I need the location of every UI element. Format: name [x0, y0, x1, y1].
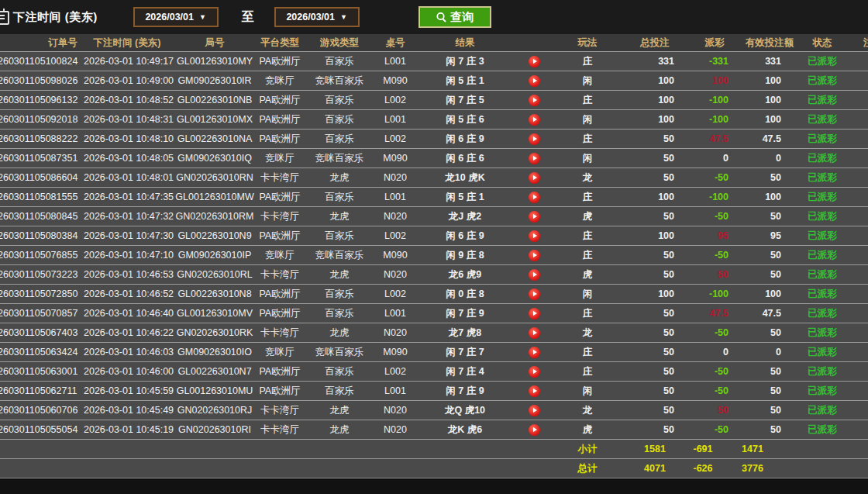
- replay-cell: [515, 343, 553, 362]
- play-video-icon[interactable]: [529, 424, 540, 436]
- play-video-icon[interactable]: [529, 288, 540, 300]
- slip-cell: [846, 130, 868, 149]
- valid-bet-cell: 50: [741, 401, 798, 420]
- bet-time-cell: 2026-03-01 10:46:00: [81, 362, 174, 382]
- play-video-icon[interactable]: [529, 405, 540, 416]
- payout-cell: -50: [688, 362, 741, 382]
- game-no-cell: GL002263010N8: [174, 285, 256, 304]
- play-video-icon[interactable]: [529, 56, 540, 67]
- date-from-value: 2026/03/01: [145, 12, 194, 22]
- platform-type-cell: 卡卡湾厅: [256, 168, 304, 188]
- table-row: 260301105092018 2026-03-01 10:48:31 GL00…: [0, 110, 868, 130]
- slip-cell: [846, 149, 868, 168]
- game-type-cell: 龙虎: [304, 401, 375, 420]
- valid-bet-cell: 331: [741, 52, 798, 71]
- game-type-cell: 竞咪百家乐: [304, 246, 375, 265]
- play-video-icon[interactable]: [529, 269, 540, 281]
- replay-cell: [515, 382, 553, 401]
- status-badge: 已派彩: [798, 130, 846, 149]
- bet-time-cell: 2026-03-01 10:45:49: [81, 401, 174, 420]
- play-video-icon[interactable]: [529, 95, 540, 106]
- play-video-icon[interactable]: [529, 308, 540, 320]
- play-video-icon[interactable]: [529, 75, 540, 87]
- game-type-cell: 龙虎: [304, 323, 375, 343]
- play-type-cell: 闲: [553, 149, 622, 168]
- play-video-icon[interactable]: [529, 366, 540, 378]
- play-type-cell: 庄: [553, 91, 622, 110]
- platform-type-cell: 卡卡湾厅: [256, 420, 304, 440]
- play-video-icon[interactable]: [529, 250, 540, 261]
- payout-cell: -50: [688, 207, 741, 226]
- result-cell: 龙6 虎9: [415, 265, 515, 285]
- slip-cell: [846, 91, 868, 110]
- play-video-icon[interactable]: [529, 347, 540, 358]
- play-video-icon[interactable]: [529, 230, 540, 242]
- payout-cell: 100: [688, 71, 741, 91]
- play-video-icon[interactable]: [529, 385, 540, 397]
- bet-time-cell: 2026-03-01 10:46:22: [81, 323, 174, 343]
- table-no-cell: M090: [375, 343, 415, 362]
- slip-cell: [846, 285, 868, 304]
- game-type-cell: 龙虎: [304, 420, 375, 440]
- order-no-cell: 260301105067403: [0, 323, 81, 343]
- valid-bet-cell: 50: [741, 168, 798, 188]
- status-badge: 已派彩: [798, 226, 846, 246]
- valid-bet-cell: 100: [741, 91, 798, 110]
- table-row: 260301105072850 2026-03-01 10:46:52 GL00…: [0, 285, 868, 304]
- table-row: 260301105067403 2026-03-01 10:46:22 GN02…: [0, 323, 868, 343]
- order-no-cell: 260301105070857: [0, 304, 81, 323]
- slip-cell: [846, 382, 868, 401]
- date-to-select[interactable]: 2026/03/01 ▼: [274, 7, 360, 27]
- valid-bet-cell: 100: [741, 285, 798, 304]
- replay-cell: [515, 149, 553, 168]
- bet-time-cell: 2026-03-01 10:48:31: [81, 110, 174, 130]
- bet-time-cell: 2026-03-01 10:46:52: [81, 285, 174, 304]
- replay-cell: [515, 265, 553, 285]
- play-video-icon[interactable]: [529, 172, 540, 184]
- header-replay: [515, 34, 553, 52]
- status-badge: 已派彩: [798, 110, 846, 130]
- subtotal-label: 小计: [553, 440, 622, 459]
- valid-bet-cell: 50: [741, 362, 798, 382]
- query-button-label: 查询: [450, 10, 474, 25]
- order-no-cell: 260301105100824: [0, 52, 81, 71]
- valid-bet-cell: 100: [741, 71, 798, 91]
- replay-cell: [515, 188, 553, 207]
- table-row: 260301105098026 2026-03-01 10:49:00 GM09…: [0, 71, 868, 91]
- table-row: 260301105087351 2026-03-01 10:48:05 GM09…: [0, 149, 868, 168]
- platform-type-cell: 卡卡湾厅: [256, 207, 304, 226]
- total-bet-cell: 50: [622, 130, 688, 149]
- play-video-icon[interactable]: [529, 211, 540, 223]
- bet-time-cell: 2026-03-01 10:48:05: [81, 149, 174, 168]
- play-video-icon[interactable]: [529, 114, 540, 126]
- total-bet-cell: 50: [622, 382, 688, 401]
- game-no-cell: GN020263010RI: [174, 420, 256, 440]
- order-no-cell: 260301105055054: [0, 420, 81, 440]
- status-badge: 已派彩: [798, 207, 846, 226]
- play-video-icon[interactable]: [529, 133, 540, 145]
- play-type-cell: 虎: [553, 265, 622, 285]
- play-video-icon[interactable]: [529, 192, 540, 203]
- play-video-icon[interactable]: [529, 327, 540, 339]
- subtotal-payout: -691: [688, 440, 741, 459]
- play-type-cell: 庄: [553, 130, 622, 149]
- play-type-cell: 龙: [553, 168, 622, 188]
- total-bet-cell: 50: [622, 420, 688, 440]
- order-no-cell: 260301105060706: [0, 401, 81, 420]
- grand-total-payout: -626: [688, 459, 741, 478]
- replay-cell: [515, 420, 553, 440]
- result-cell: 龙J 虎2: [415, 207, 515, 226]
- play-type-cell: 龙: [553, 401, 622, 420]
- date-from-select[interactable]: 2026/03/01 ▼: [133, 7, 219, 27]
- to-label: 至: [242, 9, 254, 26]
- replay-cell: [515, 130, 553, 149]
- query-toolbar: 下注时间 (美东) 2026/03/01 ▼ 至 2026/03/01 ▼ 查询: [0, 0, 868, 34]
- play-video-icon[interactable]: [529, 153, 540, 164]
- game-no-cell: GL001263010MX: [174, 110, 256, 130]
- table-no-cell: N020: [375, 265, 415, 285]
- replay-cell: [515, 71, 553, 91]
- platform-type-cell: PA欧洲厅: [256, 285, 304, 304]
- header-valid-bet: 有效投注额: [741, 34, 798, 52]
- query-button[interactable]: 查询: [418, 6, 491, 28]
- game-no-cell: GM090263010IQ: [174, 149, 256, 168]
